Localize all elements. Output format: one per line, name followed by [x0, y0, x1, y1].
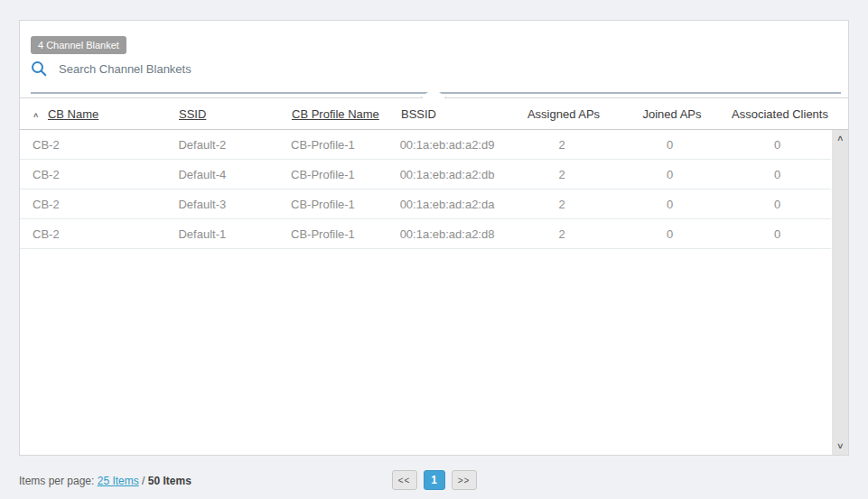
items-total: 50 Items	[148, 475, 191, 487]
search-icon	[31, 60, 47, 77]
column-header-label: Associated Clients	[732, 107, 828, 121]
table-body: CB-2Default-2CB-Profile-100:1a:eb:ad:a2:…	[20, 130, 831, 249]
items-per-page-link[interactable]: 25 Items	[98, 475, 139, 487]
cell-ssid: Default-2	[178, 138, 291, 152]
cell-associated-clients: 0	[723, 168, 831, 181]
cell-cb-profile-name: CB-Profile-1	[291, 198, 400, 211]
cell-assigned-aps: 2	[508, 227, 616, 241]
cell-ssid: Default-4	[178, 168, 291, 181]
column-header-label: Joined APs	[642, 107, 701, 121]
page-1-button[interactable]: 1	[424, 470, 445, 490]
cell-associated-clients: 0	[723, 227, 831, 241]
column-header-assigned-aps: Assigned APs	[509, 107, 618, 121]
column-header-associated-clients: Associated Clients	[726, 107, 834, 121]
search-input[interactable]	[59, 62, 438, 76]
items-separator: /	[142, 475, 145, 487]
items-per-page: Items per page: 25 Items / 50 Items	[19, 475, 191, 487]
cell-joined-aps: 0	[616, 198, 724, 211]
cell-associated-clients: 0	[723, 198, 831, 211]
cell-ssid: Default-1	[178, 227, 291, 241]
column-header-label: CB Name	[48, 107, 98, 121]
table-row[interactable]: CB-2Default-4CB-Profile-100:1a:eb:ad:a2:…	[20, 160, 831, 189]
cell-cb-name: CB-2	[33, 198, 178, 211]
scroll-up-icon[interactable]: ∧	[836, 134, 845, 143]
cell-cb-name: CB-2	[33, 168, 178, 181]
cell-assigned-aps: 2	[508, 168, 616, 181]
cell-ssid: Default-3	[178, 198, 291, 211]
table-row[interactable]: CB-2Default-2CB-Profile-100:1a:eb:ad:a2:…	[20, 130, 831, 160]
channel-blanket-count-badge: 4 Channel Blanket	[31, 36, 126, 54]
table-row[interactable]: CB-2Default-1CB-Profile-100:1a:eb:ad:a2:…	[20, 219, 831, 249]
cell-bssid: 00:1a:eb:ad:a2:da	[400, 198, 509, 211]
table-header-row: ∧ CB Name SSID CB Profile Name BSSID Ass…	[20, 98, 848, 130]
column-header-label: BSSID	[401, 107, 436, 121]
sort-ascending-icon: ∧	[33, 111, 39, 119]
scroll-down-icon[interactable]: ∨	[836, 442, 845, 450]
table-row[interactable]: CB-2Default-3CB-Profile-100:1a:eb:ad:a2:…	[20, 189, 831, 219]
column-header-ssid[interactable]: SSID	[179, 107, 292, 121]
cell-joined-aps: 0	[616, 168, 724, 181]
cell-cb-name: CB-2	[33, 227, 178, 241]
column-header-bssid: BSSID	[401, 107, 509, 121]
previous-page-button[interactable]: <<	[392, 470, 417, 490]
channel-blanket-panel: 4 Channel Blanket ∧ CB Name SSID CB Prof…	[19, 20, 849, 456]
cell-cb-name: CB-2	[33, 138, 178, 152]
cell-assigned-aps: 2	[508, 138, 616, 152]
column-header-label: CB Profile Name	[292, 107, 379, 121]
next-page-button[interactable]: >>	[452, 470, 477, 490]
cell-cb-profile-name: CB-Profile-1	[291, 168, 400, 181]
cell-associated-clients: 0	[723, 138, 831, 152]
cell-bssid: 00:1a:eb:ad:a2:db	[400, 168, 509, 181]
column-header-cb-profile-name[interactable]: CB Profile Name	[292, 107, 401, 121]
cell-joined-aps: 0	[616, 227, 724, 241]
column-header-cb-name[interactable]: ∧ CB Name	[33, 107, 179, 121]
column-header-label: SSID	[179, 107, 206, 121]
cell-bssid: 00:1a:eb:ad:a2:d9	[400, 138, 509, 152]
cell-cb-profile-name: CB-Profile-1	[291, 138, 400, 152]
items-per-page-label: Items per page:	[19, 475, 94, 487]
column-header-label: Assigned APs	[527, 107, 600, 121]
cell-cb-profile-name: CB-Profile-1	[291, 227, 400, 241]
cell-assigned-aps: 2	[508, 198, 616, 211]
cell-joined-aps: 0	[616, 138, 724, 152]
cell-bssid: 00:1a:eb:ad:a2:d8	[400, 227, 509, 241]
vertical-scrollbar[interactable]: ∧ ∨	[832, 130, 848, 455]
column-header-joined-aps: Joined APs	[618, 107, 726, 121]
pagination-controls: << 1 >>	[392, 470, 477, 490]
